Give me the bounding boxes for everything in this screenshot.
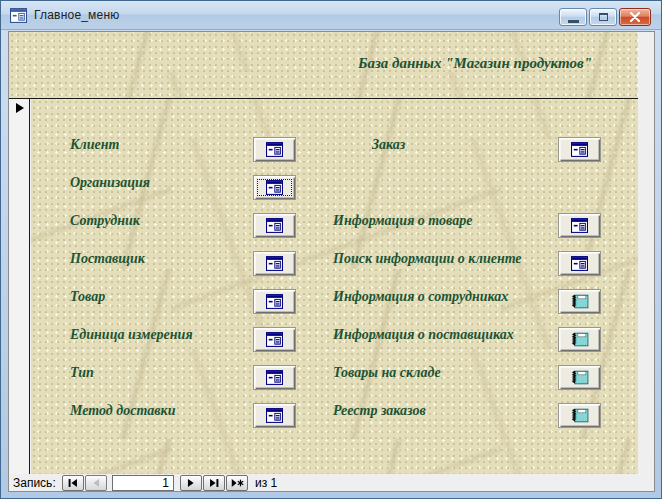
report-icon xyxy=(571,332,589,347)
form-icon xyxy=(571,218,588,233)
open-form-button[interactable] xyxy=(558,251,601,276)
menu-item-label: Клиент xyxy=(70,137,119,163)
menu-item-label: Товары на складе xyxy=(333,365,441,391)
open-form-button[interactable] xyxy=(253,213,296,238)
next-record-button[interactable] xyxy=(180,475,202,491)
open-report-button[interactable] xyxy=(558,403,601,428)
open-form-button[interactable] xyxy=(558,137,601,162)
form-window-icon xyxy=(10,8,27,23)
record-count-label: из 1 xyxy=(255,475,277,491)
access-form-window: Главное_меню База данных "Магазин продук… xyxy=(0,0,662,499)
first-record-button[interactable] xyxy=(62,475,84,491)
report-icon xyxy=(571,370,589,385)
form-client-area: База данных "Магазин продуктов" Клиент О… xyxy=(8,31,655,492)
previous-record-button[interactable] xyxy=(85,475,107,491)
form-icon xyxy=(266,256,283,271)
maximize-icon xyxy=(599,13,608,21)
form-icon xyxy=(571,256,588,271)
form-icon xyxy=(266,218,283,233)
form-icon xyxy=(571,142,588,157)
window-title: Главное_меню xyxy=(34,8,119,22)
first-record-icon xyxy=(66,476,80,490)
form-icon xyxy=(266,370,283,385)
open-form-button[interactable] xyxy=(253,327,296,352)
minimize-icon xyxy=(568,20,579,23)
menu-item-label: Информация о товаре xyxy=(333,213,472,239)
minimize-button[interactable] xyxy=(559,8,587,26)
open-form-button[interactable] xyxy=(253,403,296,428)
open-report-button[interactable] xyxy=(558,289,601,314)
open-form-button[interactable] xyxy=(558,213,601,238)
form-icon xyxy=(266,408,283,423)
menu-item-label: Заказ xyxy=(372,137,405,163)
menu-item-label: Поставщик xyxy=(70,251,145,277)
open-form-button[interactable] xyxy=(253,175,296,200)
record-navigation: Запись: из 1 xyxy=(9,475,654,491)
menu-item-label: Сотрудник xyxy=(70,213,140,239)
form-icon xyxy=(266,294,283,309)
form-detail: Клиент Организация Сотрудник Поставщик Т… xyxy=(31,99,638,474)
open-form-button[interactable] xyxy=(253,365,296,390)
record-label: Запись: xyxy=(13,475,56,491)
form-icon xyxy=(266,332,283,347)
open-form-button[interactable] xyxy=(253,289,296,314)
menu-item-label: Информация о поставщиках xyxy=(333,327,514,353)
last-record-icon xyxy=(207,476,221,490)
menu-item-label: Единица измерения xyxy=(70,327,193,353)
menu-item-label: Информация о сотрудниках xyxy=(333,289,508,315)
last-record-button[interactable] xyxy=(203,475,225,491)
open-report-button[interactable] xyxy=(558,365,601,390)
database-title: База данных "Магазин продуктов" xyxy=(358,55,592,72)
current-record-marker xyxy=(16,103,24,113)
record-number-input[interactable] xyxy=(112,475,174,491)
open-form-button[interactable] xyxy=(253,137,296,162)
report-icon xyxy=(571,294,589,309)
window-controls xyxy=(559,8,651,26)
form-icon xyxy=(266,142,283,157)
menu-item-label: Реестр заказов xyxy=(333,403,426,429)
open-report-button[interactable] xyxy=(558,327,601,352)
record-selector[interactable] xyxy=(9,99,30,474)
new-record-button[interactable] xyxy=(226,475,248,491)
form-header-section: База данных "Магазин продуктов" xyxy=(9,32,638,98)
form-icon xyxy=(266,180,283,195)
close-icon xyxy=(629,12,641,22)
menu-item-label: Тип xyxy=(70,365,94,391)
menu-item-label: Поиск информации о клиенте xyxy=(333,251,522,277)
menu-item-label: Товар xyxy=(70,289,105,315)
menu-item-label: Организация xyxy=(70,175,150,201)
report-icon xyxy=(571,408,589,423)
open-form-button[interactable] xyxy=(253,251,296,276)
menu-item-label: Метод доставки xyxy=(70,403,175,429)
close-button[interactable] xyxy=(619,8,651,26)
new-record-icon xyxy=(230,476,244,490)
maximize-button[interactable] xyxy=(589,8,617,26)
next-record-icon xyxy=(184,476,198,490)
previous-record-icon xyxy=(89,476,103,490)
